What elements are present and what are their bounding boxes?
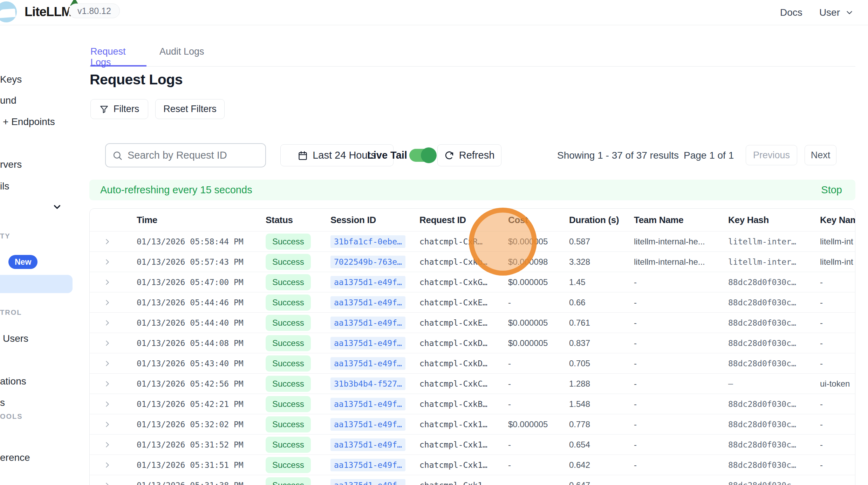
sidebar-item-users[interactable]: Users <box>3 333 28 344</box>
docs-link[interactable]: Docs <box>780 7 802 18</box>
sidebar-active-item[interactable] <box>0 275 73 293</box>
table-row[interactable]: 01/13/2026 05:47:00 PM Success aa1375d1-… <box>90 272 855 292</box>
col-session-id: Session ID <box>319 215 408 226</box>
table-row[interactable]: 01/13/2026 05:31:52 PM Success aa1375d1-… <box>90 434 855 455</box>
session-id-link[interactable]: aa1375d1-e49f… <box>330 418 405 431</box>
cell-status: Success <box>254 416 319 432</box>
session-id-link[interactable]: 31b3b4b4-f527… <box>330 377 405 390</box>
table-row[interactable]: 01/13/2026 05:44:40 PM Success aa1375d1-… <box>90 312 855 333</box>
user-menu[interactable]: User <box>819 7 854 18</box>
expand-row-chevron-icon[interactable] <box>103 238 111 245</box>
cell-status: Success <box>254 254 319 270</box>
table-row[interactable]: 01/13/2026 05:44:46 PM Success aa1375d1-… <box>90 292 855 312</box>
session-id-link[interactable]: aa1375d1-e49f… <box>330 438 405 451</box>
cell-key-name: litellm-int <box>808 257 855 267</box>
table-row[interactable]: 01/13/2026 05:32:02 PM Success aa1375d1-… <box>90 414 855 434</box>
expand-row-chevron-icon[interactable] <box>103 380 111 388</box>
cell-cost: - <box>496 460 557 470</box>
live-tail-toggle[interactable] <box>409 149 435 162</box>
cell-duration: 0.837 <box>557 338 622 348</box>
table-row[interactable]: 01/13/2026 05:57:43 PM Success 7022549b-… <box>90 251 855 272</box>
cell-session-id: aa1375d1-e49f… <box>319 418 408 431</box>
expand-row-chevron-icon[interactable] <box>103 481 111 485</box>
reset-filters-button[interactable]: Reset Filters <box>155 99 225 119</box>
refresh-button[interactable]: Refresh <box>437 144 501 166</box>
expand-row-chevron-icon[interactable] <box>103 421 111 428</box>
status-badge: Success <box>266 477 311 485</box>
sidebar-section-tools: OOLS <box>0 413 23 421</box>
cell-time: 01/13/2026 05:43:40 PM <box>125 359 254 368</box>
cell-key-hash: – <box>716 379 808 388</box>
session-id-link[interactable]: 31bfa1cf-0ebe… <box>330 235 405 248</box>
cell-key-hash: 88dc28d0f030c… <box>716 420 808 429</box>
session-id-link[interactable]: aa1375d1-e49f… <box>330 459 405 471</box>
sidebar-item-reference[interactable]: erence <box>0 452 30 463</box>
cell-status: Success <box>254 396 319 412</box>
cell-session-id: 31b3b4b4-f527… <box>319 377 408 390</box>
cell-key-hash: 88dc28d0f030c… <box>716 400 808 409</box>
sidebar-item-teams[interactable]: s <box>0 397 5 408</box>
table-row[interactable]: 01/13/2026 05:43:40 PM Success aa1375d1-… <box>90 353 855 373</box>
sidebar-item-organizations[interactable]: ations <box>0 376 26 387</box>
table-row[interactable]: 01/13/2026 05:42:21 PM Success aa1375d1-… <box>90 394 855 414</box>
search-input[interactable] <box>128 150 259 161</box>
status-badge: Success <box>266 376 311 392</box>
sidebar-item-keys[interactable]: Keys <box>0 74 22 85</box>
tab-request-logs[interactable]: Request Logs <box>90 46 146 67</box>
cell-key-name: - <box>808 420 855 429</box>
previous-page-button[interactable]: Previous <box>746 145 797 165</box>
chevron-down-icon <box>845 8 854 17</box>
cell-key-name: - <box>808 338 855 348</box>
status-badge: Success <box>266 315 311 331</box>
next-page-button[interactable]: Next <box>805 145 836 165</box>
cell-duration: 1.45 <box>557 277 622 287</box>
session-id-link[interactable]: 7022549b-763e… <box>330 256 405 268</box>
session-id-link[interactable]: aa1375d1-e49f… <box>330 276 405 289</box>
session-id-link[interactable]: aa1375d1-e49f… <box>330 296 405 309</box>
cell-team-name: - <box>622 399 716 409</box>
stop-auto-refresh-button[interactable]: Stop <box>821 184 842 196</box>
table-row[interactable]: 01/13/2026 05:31:51 PM Success aa1375d1-… <box>90 455 855 475</box>
expand-row-chevron-icon[interactable] <box>103 461 111 469</box>
table-row[interactable]: 01/13/2026 05:42:56 PM Success 31b3b4b4-… <box>90 373 855 394</box>
search-icon <box>112 150 123 161</box>
cell-time: 01/13/2026 05:42:56 PM <box>125 379 254 388</box>
cell-duration: 0.66 <box>557 298 622 307</box>
cell-team-name: - <box>622 277 716 287</box>
sidebar-item-endpoints[interactable]: + Endpoints <box>3 116 55 127</box>
cell-status: Success <box>254 234 319 250</box>
sidebar-item-servers[interactable]: rvers <box>0 159 22 170</box>
expand-row-chevron-icon[interactable] <box>103 299 111 306</box>
sidebar-item-guardrails[interactable]: ils <box>0 181 9 192</box>
cell-time: 01/13/2026 05:42:21 PM <box>125 400 254 409</box>
col-cost: Cost <box>496 215 557 226</box>
expand-row-chevron-icon[interactable] <box>103 258 111 266</box>
table-row[interactable]: 01/13/2026 05:44:08 PM Success aa1375d1-… <box>90 333 855 353</box>
expand-row-chevron-icon[interactable] <box>103 400 111 408</box>
table-row[interactable]: 01/13/2026 05:58:44 PM Success 31bfa1cf-… <box>90 231 855 251</box>
session-id-link[interactable]: aa1375d1-e49f… <box>330 357 405 370</box>
filters-button[interactable]: Filters <box>90 99 148 119</box>
cell-time: 01/13/2026 05:31:51 PM <box>125 460 254 470</box>
cell-key-hash: 88dc28d0f030c… <box>716 440 808 449</box>
tab-audit-logs[interactable]: Audit Logs <box>159 46 204 67</box>
sidebar-item-playground[interactable]: und <box>0 95 16 106</box>
cell-session-id: 31bfa1cf-0ebe… <box>319 235 408 248</box>
cell-status: Success <box>254 315 319 331</box>
session-id-link[interactable]: aa1375d1-e49f… <box>330 398 405 410</box>
sidebar-collapse-chevron-icon[interactable] <box>52 202 62 212</box>
session-id-link[interactable]: aa1375d1-e49f… <box>330 337 405 349</box>
table-row[interactable]: 01/13/2026 05:31:38 PM Success aa1375d1-… <box>90 475 855 485</box>
expand-row-chevron-icon[interactable] <box>103 339 111 347</box>
cell-status: Success <box>254 457 319 473</box>
session-id-link[interactable]: aa1375d1-e49f… <box>330 317 405 329</box>
expand-row-chevron-icon[interactable] <box>103 278 111 286</box>
reset-filters-label: Reset Filters <box>163 104 217 115</box>
cell-session-id: aa1375d1-e49f… <box>319 479 408 485</box>
expand-row-chevron-icon[interactable] <box>103 360 111 367</box>
session-id-link[interactable]: aa1375d1-e49f… <box>330 479 405 485</box>
cell-time: 01/13/2026 05:47:00 PM <box>125 278 254 287</box>
sidebar-section-access-control: TROL <box>0 309 22 317</box>
expand-row-chevron-icon[interactable] <box>103 319 111 327</box>
expand-row-chevron-icon[interactable] <box>103 441 111 449</box>
